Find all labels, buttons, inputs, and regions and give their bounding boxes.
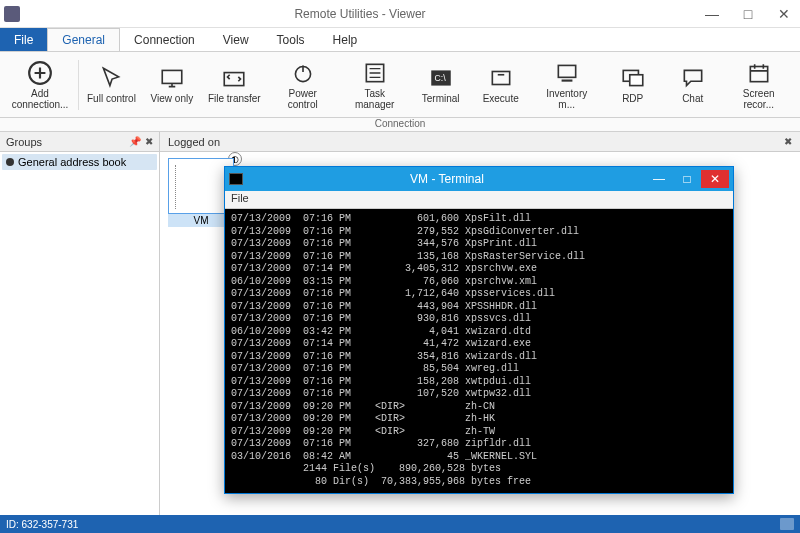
ribbon-toolbar: Add connection... Full control View only… xyxy=(0,52,800,118)
terminal-menu: File xyxy=(225,191,733,209)
svg-rect-1 xyxy=(162,70,182,83)
pin-icon[interactable]: 📌 xyxy=(129,136,141,147)
svg-rect-12 xyxy=(750,66,767,81)
groups-tree: General address book xyxy=(0,152,159,515)
main-area: Groups 📌 ✖ General address book Logged o… xyxy=(0,132,800,515)
screen-record-button[interactable]: Screen recor... xyxy=(725,55,793,115)
terminal-icon: C:\ xyxy=(428,65,454,91)
content-body: ◐ VM VM - Terminal — □ ✕ File 07/13/2009… xyxy=(160,152,800,515)
ribbon-group-label: Connection xyxy=(0,118,800,132)
computer-icon xyxy=(554,60,580,86)
status-id: ID: 632-357-731 xyxy=(6,519,78,530)
status-dot-icon xyxy=(6,158,14,166)
file-transfer-button[interactable]: File transfer xyxy=(204,55,265,115)
rdp-button[interactable]: RDP xyxy=(605,55,661,115)
rdp-icon xyxy=(620,65,646,91)
minimize-button[interactable]: — xyxy=(700,4,724,24)
task-manager-button[interactable]: Task manager xyxy=(341,55,409,115)
power-icon xyxy=(290,60,316,86)
plus-icon xyxy=(27,60,53,86)
statusbar: ID: 632-357-731 xyxy=(0,515,800,533)
chat-button[interactable]: Chat xyxy=(665,55,721,115)
window-title: Remote Utilities - Viewer xyxy=(20,7,700,21)
address-book-label: General address book xyxy=(18,156,126,168)
close-button[interactable]: ✕ xyxy=(772,4,796,24)
content-header: Logged on ✖ xyxy=(160,132,800,152)
svg-rect-9 xyxy=(561,79,572,81)
list-icon xyxy=(362,60,388,86)
groups-panel: Groups 📌 ✖ General address book xyxy=(0,132,160,515)
terminal-button[interactable]: C:\ Terminal xyxy=(413,55,469,115)
svg-text:C:\: C:\ xyxy=(434,73,446,83)
tab-view[interactable]: View xyxy=(209,28,263,51)
app-icon xyxy=(4,6,20,22)
chat-icon xyxy=(680,65,706,91)
folder-arrows-icon xyxy=(221,65,247,91)
terminal-title: VM - Terminal xyxy=(249,172,645,186)
calendar-icon xyxy=(746,60,772,86)
tab-connection[interactable]: Connection xyxy=(120,28,209,51)
terminal-titlebar[interactable]: VM - Terminal — □ ✕ xyxy=(225,167,733,191)
logged-on-label: Logged on xyxy=(168,136,220,148)
run-icon xyxy=(488,65,514,91)
cursor-icon xyxy=(98,65,124,91)
terminal-app-icon xyxy=(229,173,243,185)
svg-rect-8 xyxy=(558,65,575,77)
panel-close-icon[interactable]: ✖ xyxy=(145,136,153,147)
terminal-window: VM - Terminal — □ ✕ File 07/13/2009 07:1… xyxy=(224,166,734,494)
svg-rect-7 xyxy=(492,72,509,85)
execute-button[interactable]: Execute xyxy=(473,55,529,115)
view-only-button[interactable]: View only xyxy=(144,55,200,115)
terminal-output[interactable]: 07/13/2009 07:16 PM 601,600 XpsFilt.dll … xyxy=(225,209,733,493)
svg-rect-11 xyxy=(629,75,642,86)
full-control-button[interactable]: Full control xyxy=(83,55,140,115)
groups-header: Groups 📌 ✖ xyxy=(0,132,159,152)
menu-file[interactable]: File xyxy=(0,28,47,51)
separator xyxy=(78,60,79,110)
inventory-button[interactable]: Inventory m... xyxy=(533,55,601,115)
monitor-icon xyxy=(159,65,185,91)
content-panel: Logged on ✖ ◐ VM VM - Terminal — □ ✕ Fil… xyxy=(160,132,800,515)
tab-help[interactable]: Help xyxy=(319,28,372,51)
terminal-maximize-button[interactable]: □ xyxy=(673,170,701,188)
status-tray-icon[interactable] xyxy=(780,518,794,530)
terminal-minimize-button[interactable]: — xyxy=(645,170,673,188)
maximize-button[interactable]: □ xyxy=(736,4,760,24)
tab-tools[interactable]: Tools xyxy=(263,28,319,51)
add-connection-button[interactable]: Add connection... xyxy=(6,55,74,115)
window-titlebar: Remote Utilities - Viewer — □ ✕ xyxy=(0,0,800,28)
groups-title: Groups xyxy=(6,136,42,148)
content-close-icon[interactable]: ✖ xyxy=(784,136,792,147)
power-control-button[interactable]: Power control xyxy=(269,55,337,115)
terminal-file-menu[interactable]: File xyxy=(231,192,249,204)
address-book-item[interactable]: General address book xyxy=(2,154,157,170)
tab-general[interactable]: General xyxy=(47,28,120,51)
terminal-close-button[interactable]: ✕ xyxy=(701,170,729,188)
main-menubar: File General Connection View Tools Help xyxy=(0,28,800,52)
